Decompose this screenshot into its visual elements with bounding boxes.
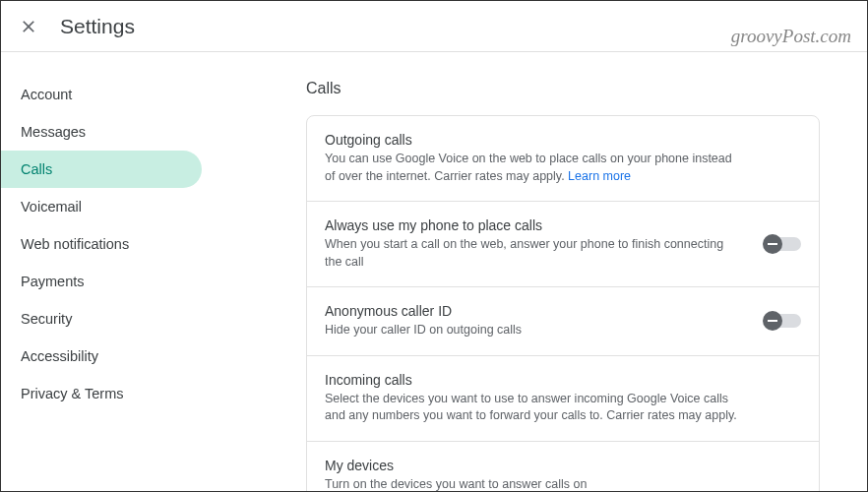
setting-label: Incoming calls xyxy=(325,372,801,388)
sidebar-item-voicemail[interactable]: Voicemail xyxy=(1,188,202,225)
setting-incoming-calls: Incoming calls Select the devices you wa… xyxy=(307,356,819,442)
setting-label: Anonymous caller ID xyxy=(325,303,748,319)
toggle-thumb xyxy=(763,311,782,331)
setting-anonymous-caller-id: Anonymous caller ID Hide your caller ID … xyxy=(307,287,819,356)
sidebar-item-calls[interactable]: Calls xyxy=(1,151,202,188)
section-title: Calls xyxy=(306,80,820,97)
watermark: groovyPost.com xyxy=(731,26,851,47)
sidebar-item-label: Payments xyxy=(21,274,84,289)
setting-desc: Turn on the devices you want to answer c… xyxy=(325,476,738,492)
sidebar-item-web-notifications[interactable]: Web notifications xyxy=(1,225,202,263)
sidebar-item-messages[interactable]: Messages xyxy=(1,113,202,151)
setting-text: Anonymous caller ID Hide your caller ID … xyxy=(325,303,748,339)
setting-text: Incoming calls Select the devices you wa… xyxy=(325,372,801,425)
sidebar-item-privacy-terms[interactable]: Privacy & Terms xyxy=(1,375,202,412)
setting-text: Outgoing calls You can use Google Voice … xyxy=(325,132,801,185)
content: Account Messages Calls Voicemail Web not… xyxy=(1,52,867,491)
setting-desc: When you start a call on the web, answer… xyxy=(325,236,738,271)
sidebar-item-account[interactable]: Account xyxy=(1,76,202,113)
sidebar-item-label: Account xyxy=(21,87,72,102)
sidebar-item-label: Accessibility xyxy=(21,348,98,364)
setting-desc: Hide your caller ID on outgoing calls xyxy=(325,322,738,339)
sidebar-item-payments[interactable]: Payments xyxy=(1,263,202,300)
setting-text: My devices Turn on the devices you want … xyxy=(325,458,801,492)
sidebar-item-label: Privacy & Terms xyxy=(21,386,123,401)
header: Settings groovyPost.com xyxy=(1,1,867,52)
setting-always-use-phone: Always use my phone to place calls When … xyxy=(307,202,819,287)
setting-desc: Select the devices you want to use to an… xyxy=(325,391,738,425)
setting-desc: You can use Google Voice on the web to p… xyxy=(325,151,738,185)
page-title: Settings xyxy=(60,15,135,38)
sidebar-item-label: Voicemail xyxy=(21,199,82,215)
sidebar-item-accessibility[interactable]: Accessibility xyxy=(1,338,202,375)
sidebar: Account Messages Calls Voicemail Web not… xyxy=(1,52,208,491)
toggle-thumb xyxy=(763,234,782,254)
setting-label: Outgoing calls xyxy=(325,132,801,148)
sidebar-item-security[interactable]: Security xyxy=(1,300,202,338)
sidebar-item-label: Security xyxy=(21,311,72,327)
setting-outgoing-calls: Outgoing calls You can use Google Voice … xyxy=(307,116,819,202)
setting-my-devices: My devices Turn on the devices you want … xyxy=(307,442,819,492)
toggle-always-use-phone[interactable] xyxy=(766,237,801,251)
sidebar-item-label: Calls xyxy=(21,161,52,177)
toggle-anonymous-caller-id[interactable] xyxy=(766,314,801,328)
close-icon[interactable] xyxy=(19,17,38,36)
main-panel: Calls Outgoing calls You can use Google … xyxy=(208,52,867,491)
settings-card: Outgoing calls You can use Google Voice … xyxy=(306,115,820,491)
setting-label: Always use my phone to place calls xyxy=(325,217,748,233)
learn-more-link[interactable]: Learn more xyxy=(568,169,631,183)
sidebar-item-label: Web notifications xyxy=(21,236,129,252)
setting-text: Always use my phone to place calls When … xyxy=(325,217,748,271)
setting-label: My devices xyxy=(325,458,801,473)
sidebar-item-label: Messages xyxy=(21,124,86,140)
